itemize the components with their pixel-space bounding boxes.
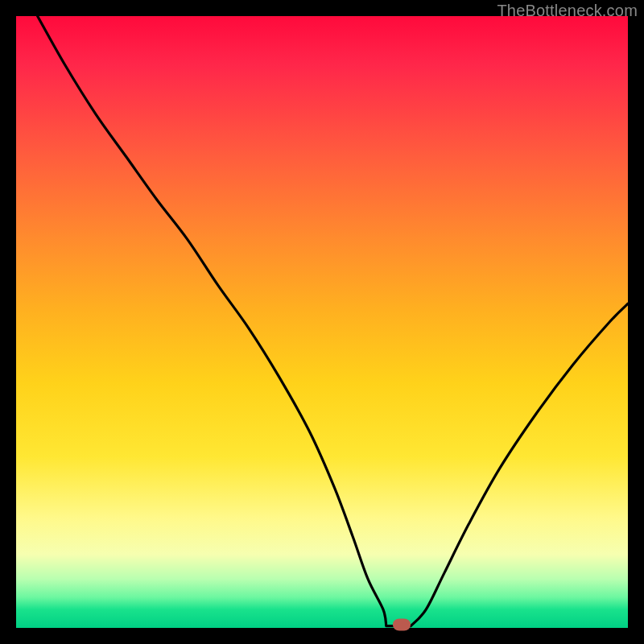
curve-layer <box>16 16 628 628</box>
chart-frame: TheBottleneck.com <box>0 0 644 644</box>
watermark-text: TheBottleneck.com <box>497 2 638 20</box>
plot-area <box>16 16 628 628</box>
bottleneck-curve <box>38 16 628 626</box>
minimum-marker <box>393 619 411 631</box>
